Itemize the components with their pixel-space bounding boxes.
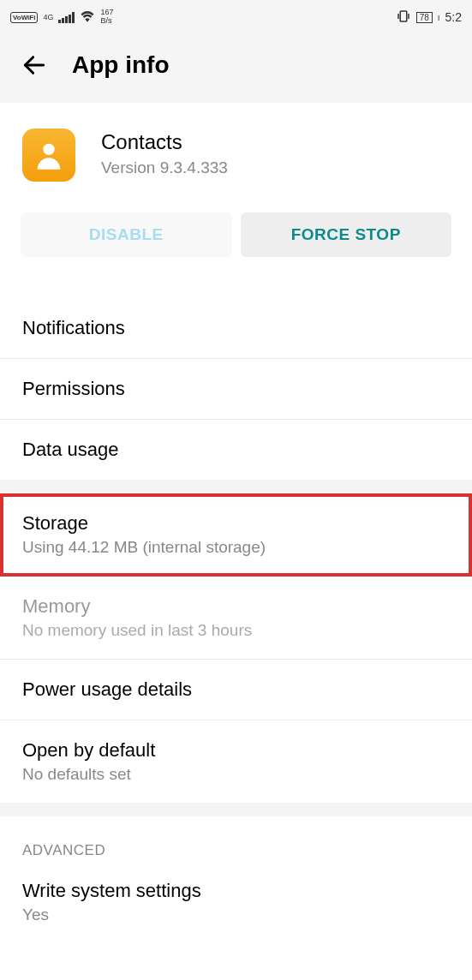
item-sublabel: No defaults set — [22, 765, 450, 784]
status-left: VoWiFi 4G 167 B/s — [10, 9, 114, 27]
notifications-item[interactable]: Notifications — [0, 298, 472, 359]
item-label: Power usage details — [22, 678, 450, 701]
write-system-settings-item[interactable]: Write system settings Yes — [0, 871, 472, 943]
item-label: Data usage — [22, 439, 450, 461]
permissions-item[interactable]: Permissions — [0, 359, 472, 420]
back-arrow-icon[interactable] — [21, 51, 48, 79]
item-sublabel: Yes — [22, 905, 450, 924]
status-right: 78 ı 5:2 — [396, 9, 462, 27]
open-by-default-item[interactable]: Open by default No defaults set — [0, 720, 472, 803]
section-divider — [0, 803, 472, 816]
power-usage-item[interactable]: Power usage details — [0, 660, 472, 720]
clock: 5:2 — [445, 10, 462, 24]
svg-point-2 — [43, 144, 54, 155]
item-label: Write system settings — [22, 880, 450, 902]
network-speed: 167 B/s — [100, 9, 113, 26]
app-icon — [22, 128, 75, 182]
memory-item: Memory No memory used in last 3 hours — [0, 577, 472, 660]
vowifi-badge: VoWiFi — [10, 12, 38, 23]
svg-rect-0 — [400, 11, 407, 21]
storage-item[interactable]: Storage Using 44.12 MB (internal storage… — [0, 493, 472, 577]
item-sublabel: No memory used in last 3 hours — [22, 621, 450, 640]
page-title: App info — [72, 51, 170, 79]
app-bar: App info — [0, 34, 472, 103]
app-labels: Contacts Version 9.3.4.333 — [101, 134, 228, 177]
disable-button[interactable]: DISABLE — [21, 212, 232, 257]
app-version: Version 9.3.4.333 — [101, 158, 228, 177]
data-usage-item[interactable]: Data usage — [0, 420, 472, 480]
force-stop-button[interactable]: FORCE STOP — [241, 212, 452, 257]
advanced-header: ADVANCED — [0, 816, 472, 871]
app-summary: Contacts Version 9.3.4.333 — [0, 103, 472, 212]
app-name: Contacts — [101, 130, 228, 154]
vibrate-icon — [396, 9, 411, 27]
network-type: 4G — [43, 14, 53, 21]
item-label: Permissions — [22, 378, 450, 400]
battery-indicator: 78 — [416, 12, 433, 23]
action-buttons: DISABLE FORCE STOP — [0, 212, 472, 298]
wifi-icon — [80, 9, 95, 27]
item-label: Storage — [22, 512, 450, 535]
signal-icon — [58, 12, 75, 23]
section-divider — [0, 480, 472, 493]
item-label: Notifications — [22, 317, 450, 339]
status-bar: VoWiFi 4G 167 B/s 78 ı 5:2 — [0, 0, 472, 34]
item-label: Memory — [22, 595, 450, 618]
item-label: Open by default — [22, 739, 450, 762]
item-sublabel: Using 44.12 MB (internal storage) — [22, 538, 450, 557]
